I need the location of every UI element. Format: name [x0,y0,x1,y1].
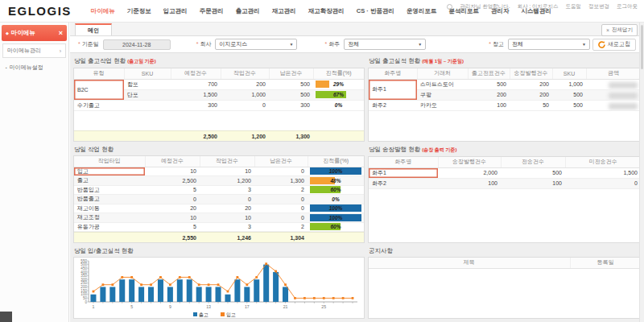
shipper-cell[interactable]: 화주1 [369,79,417,100]
refresh-button[interactable]: 새로고침 [592,39,636,51]
nav-item-1[interactable]: 기준정보 [127,7,151,15]
chevron-down-icon: ▼ [290,42,294,47]
profile-edit-link[interactable]: 정보변경 [588,3,609,10]
total-row: 2,5501,2461,304 [74,232,364,242]
line-marker-21 [284,283,287,286]
bar-2 [100,287,105,302]
line-marker-3 [111,283,114,286]
remaining-cell: 0 [254,167,308,176]
svg-text:5: 5 [130,304,133,309]
sidebar-item-mymenu-setting[interactable]: ▪마이메뉴설정 [0,60,68,75]
work-type-cell: 재고이동 [74,204,145,213]
base-date-input[interactable]: 2024-11-28 [103,39,171,50]
panel-inout-chart: 당일 입/출고실적 현황 050100150200250300350400450… [73,246,365,319]
close-icon[interactable]: × [59,29,63,37]
invoice-count-cell: 200 [510,89,552,100]
scrollbar-track[interactable] [639,23,644,322]
progress-label: 0% [310,196,361,203]
type-cell[interactable]: B2C [74,79,124,100]
nav-item-5[interactable]: 재고관리 [272,7,296,15]
line-marker-18 [255,276,258,279]
tab-label: 메인 [88,27,99,35]
line-marker-4 [121,276,123,279]
legend-swatch [221,312,225,316]
progress-cell: 29% [313,79,364,89]
sidebar-item-mymenu-manage[interactable]: 마이메뉴관리 › [2,43,66,58]
svg-text:25: 25 [321,304,326,309]
notice-header-date: 등록일 [570,258,641,268]
col-header-3: 남은건수 [254,156,308,167]
warehouse-select[interactable]: 전체▼ [508,39,590,50]
table-empty-space [74,111,364,131]
sku-cell: 500 [552,100,586,110]
amount-cell [586,79,641,89]
remaining-cell: 1,300 [254,176,308,186]
line-marker-23 [303,297,306,299]
shipper-cell: 화주2 [369,178,438,188]
company-select[interactable]: 이지로지스▼ [215,39,297,50]
table-row: 반품출고0000% [74,195,364,204]
panel-subtitle: (매월 1일 ~ 기준일) [422,59,464,64]
bar-20 [273,272,279,302]
close-all-label: 전체닫기 [612,27,633,34]
line-marker-12 [198,283,200,286]
progress-label: 67% [316,91,361,98]
sku-type-cell: 합포 [124,79,171,89]
work-type-cell: 유통가공 [74,222,145,232]
scrollbar-thumb[interactable] [641,25,643,69]
nav-item-0[interactable]: 마이메뉴 [91,7,115,15]
bottom-left-handle[interactable] [0,312,12,322]
top-bar: EGLOGIS 마이메뉴기준정보입고관리주문관리출고관리재고관리재고확장관리CS… [0,0,644,23]
svg-text:350: 350 [80,274,87,278]
table-row: B2C합포70020050029% [74,79,364,89]
client-cell: 스마트스토어 [417,79,468,89]
work-type-cell[interactable]: 입고 [74,167,145,176]
planned-cell: 300 [171,100,221,110]
col-header-1: 송장발행건수 [438,157,501,167]
nav-item-4[interactable]: 출고관리 [236,7,260,15]
nav-item-3[interactable]: 주문관리 [200,7,224,15]
bar-17 [244,287,250,302]
tab-main[interactable]: 메인 [75,23,112,35]
panel-title: 당일 출고작업 현황(출고일 기준) [74,56,365,66]
sidebar-item-label: 마이메뉴설정 [10,64,43,70]
nav-item-2[interactable]: 입고관리 [163,7,188,15]
svg-text:9: 9 [169,304,171,309]
bar-1 [90,295,96,302]
line-marker-17 [246,283,248,286]
logout-link[interactable]: 로그아웃 [617,3,638,10]
invoice-count-cell: 200 [510,79,552,89]
notice-table: 제목 등록일 [368,257,642,319]
inout-chart: 0501001502002503003504004505005501591317… [73,257,365,319]
svg-text:13: 13 [206,304,211,309]
line-marker-11 [188,276,191,279]
svg-text:450: 450 [80,266,87,270]
progress-label: 0% [316,101,361,109]
shipper-select[interactable]: 전체▼ [344,39,426,50]
app-logo: EGLOGIS [8,4,72,18]
table-row: 수기출고30003000% [74,100,364,110]
shipper-cell[interactable]: 화주1 [369,167,438,178]
panel-title: 당일 출고실적 현황(매월 1일 ~ 기준일) [369,56,642,66]
progress-label: 60% [310,186,361,193]
close-all-button[interactable]: × 전체닫기 [601,24,638,36]
worked-cell: 3 [200,222,254,232]
planned-cell: 10 [145,213,200,223]
panel-notice: 공지사항 제목 등록일 [368,246,642,319]
svg-text:200: 200 [80,285,87,289]
close-icon: × [606,27,609,33]
daily-work-table: 작업타입예정건수작업건수남은건수진척률(%) 입고10100100%출고2,50… [73,155,365,243]
col-header-1: 거래처 [417,68,468,79]
bar-6 [138,287,144,302]
help-link[interactable]: 도움말 [566,3,582,10]
chevron-right-icon: › [60,48,61,54]
sent-cell: 100 [501,178,565,188]
nav-item-8[interactable]: 운영리포트 [407,7,437,15]
table-row: 화주21001000 [369,178,641,188]
amount-redacted [609,93,638,99]
nav-item-6[interactable]: 재고확장관리 [308,7,345,15]
nav-item-7[interactable]: CS · 반품관리 [357,7,394,15]
col-header-3: 작업건수 [221,68,269,79]
remaining-cell: 0 [254,195,308,204]
sidebar-header: ◆ 마이메뉴 × [2,25,67,41]
